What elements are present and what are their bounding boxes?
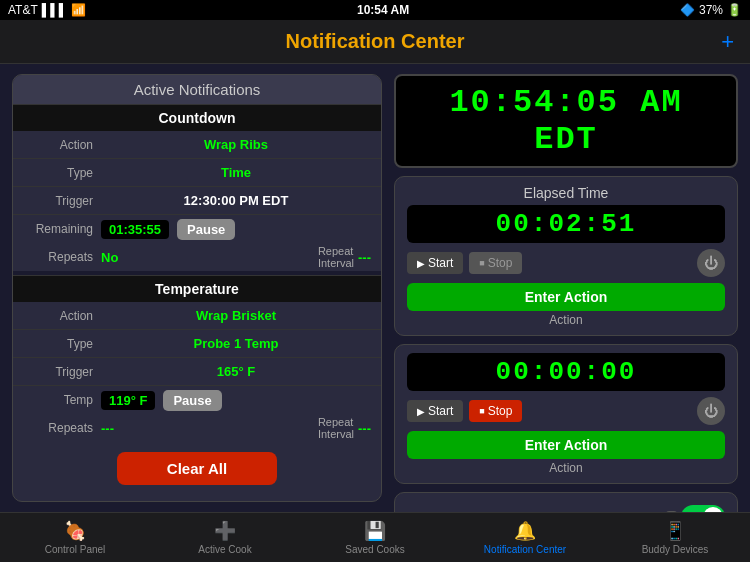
page-title: Notification Center	[286, 30, 465, 53]
status-left: AT&T ▌▌▌ 📶	[8, 3, 86, 17]
timer-1-power-button[interactable]: ⏻	[697, 249, 725, 277]
countdown-interval-group: Repeat Interval ---	[318, 245, 371, 269]
temp-repeats-label: Repeats	[23, 421, 93, 435]
temp-repeats-row: Repeats --- Repeat Interval ---	[13, 414, 381, 442]
countdown-repeats-value: No	[101, 250, 118, 265]
control-panel-label: Control Panel	[45, 544, 106, 555]
timer-2-start-button[interactable]: Start	[407, 400, 463, 422]
battery-label: 37%	[699, 3, 723, 17]
temp-interval-label: Repeat Interval	[318, 416, 354, 440]
status-bar: AT&T ▌▌▌ 📶 10:54 AM 🔷 37% 🔋	[0, 0, 750, 20]
elapsed-time-display: 00:02:51	[407, 205, 725, 243]
temp-trigger-label: Trigger	[23, 365, 93, 379]
countdown-remaining-row: Remaining 01:35:55 Pause	[13, 215, 381, 243]
notification-center-icon: 🔔	[514, 520, 536, 542]
timer-1-stop-button[interactable]: Stop	[469, 252, 522, 274]
temp-trigger-value: 165° F	[101, 364, 371, 379]
nav-control-panel[interactable]: 🍖 Control Panel	[0, 513, 150, 562]
temp-action-row: Action Wrap Brisket	[13, 302, 381, 330]
header: Notification Center +	[0, 20, 750, 64]
temp-temp-row: Temp 119° F Pause	[13, 386, 381, 414]
left-panel: Active Notifications Countdown Action Wr…	[12, 74, 382, 502]
temp-temp-value: 119° F	[101, 391, 155, 410]
timer-card-2: 00:00:00 Start Stop ⏻ Enter Action Actio…	[394, 344, 738, 484]
enter-action-button-1[interactable]: Enter Action	[407, 283, 725, 311]
active-cook-label: Active Cook	[198, 544, 251, 555]
countdown-type-value: Time	[101, 165, 371, 180]
right-panel: 10:54:05 AM EDT Elapsed Time 00:02:51 St…	[394, 74, 738, 502]
action-label-2: Action	[407, 461, 725, 475]
bluetooth-icon: 🔷	[680, 3, 695, 17]
timer-1-controls: Start Stop ⏻	[407, 249, 725, 277]
countdown-repeats-row: Repeats No Repeat Interval ---	[13, 243, 381, 271]
bottom-nav: 🍖 Control Panel ➕ Active Cook 💾 Saved Co…	[0, 512, 750, 562]
timer-1-start-button[interactable]: Start	[407, 252, 463, 274]
current-time-display: 10:54:05 AM EDT	[394, 74, 738, 168]
temp-action-label: Action	[23, 309, 93, 323]
timer-2-controls: Start Stop ⏻	[407, 397, 725, 425]
nav-notification-center[interactable]: 🔔 Notification Center	[450, 513, 600, 562]
add-button[interactable]: +	[721, 29, 734, 55]
countdown-action-row: Action Wrap Ribs	[13, 131, 381, 159]
countdown-interval-label: Repeat Interval	[318, 245, 354, 269]
temperature-section-header: Temperature	[13, 275, 381, 302]
active-notifications-header: Active Notifications	[13, 75, 381, 104]
elapsed-label: Elapsed Time	[407, 185, 725, 201]
enter-action-button-2[interactable]: Enter Action	[407, 431, 725, 459]
countdown-remaining-value: 01:35:55	[101, 220, 169, 239]
nav-active-cook[interactable]: ➕ Active Cook	[150, 513, 300, 562]
temp-type-label: Type	[23, 337, 93, 351]
countdown-pause-button[interactable]: Pause	[177, 219, 235, 240]
buddy-devices-icon: 📱	[664, 520, 686, 542]
active-cook-icon: ➕	[214, 520, 236, 542]
countdown-trigger-label: Trigger	[23, 194, 93, 208]
countdown-interval-value: ---	[358, 250, 371, 265]
signal-icon: ▌▌▌	[42, 3, 68, 17]
temp-temp-label: Temp	[23, 393, 93, 407]
timer-2-power-button[interactable]: ⏻	[697, 397, 725, 425]
temp-interval-group: Repeat Interval ---	[318, 416, 371, 440]
temp-action-value: Wrap Brisket	[101, 308, 371, 323]
status-time: 10:54 AM	[357, 3, 409, 17]
notification-center-label: Notification Center	[484, 544, 566, 555]
clear-all-button[interactable]: Clear All	[117, 452, 277, 485]
saved-cooks-icon: 💾	[364, 520, 386, 542]
temp-interval-value: ---	[358, 421, 371, 436]
nav-saved-cooks[interactable]: 💾 Saved Cooks	[300, 513, 450, 562]
countdown-remaining-label: Remaining	[23, 222, 93, 236]
status-right: 🔷 37% 🔋	[680, 3, 742, 17]
countdown-action-value: Wrap Ribs	[101, 137, 371, 152]
carrier-label: AT&T	[8, 3, 38, 17]
timer-2-display: 00:00:00	[407, 353, 725, 391]
temp-trigger-row: Trigger 165° F	[13, 358, 381, 386]
countdown-type-row: Type Time	[13, 159, 381, 187]
control-panel-icon: 🍖	[64, 520, 86, 542]
action-label-1: Action	[407, 313, 725, 327]
temp-type-value: Probe 1 Temp	[101, 336, 371, 351]
temp-repeats-value: ---	[101, 421, 114, 436]
temp-pause-button[interactable]: Pause	[163, 390, 221, 411]
buddy-devices-label: Buddy Devices	[642, 544, 709, 555]
countdown-section-header: Countdown	[13, 104, 381, 131]
countdown-trigger-value: 12:30:00 PM EDT	[101, 193, 371, 208]
countdown-repeats-label: Repeats	[23, 250, 93, 264]
timer-card-1: Elapsed Time 00:02:51 Start Stop ⏻ Enter…	[394, 176, 738, 336]
countdown-trigger-row: Trigger 12:30:00 PM EDT	[13, 187, 381, 215]
nav-buddy-devices[interactable]: 📱 Buddy Devices	[600, 513, 750, 562]
main-content: Active Notifications Countdown Action Wr…	[0, 64, 750, 512]
countdown-action-label: Action	[23, 138, 93, 152]
saved-cooks-label: Saved Cooks	[345, 544, 404, 555]
timer-2-stop-button[interactable]: Stop	[469, 400, 522, 422]
countdown-type-label: Type	[23, 166, 93, 180]
battery-icon: 🔋	[727, 3, 742, 17]
wifi-icon: 📶	[71, 3, 86, 17]
temp-type-row: Type Probe 1 Temp	[13, 330, 381, 358]
